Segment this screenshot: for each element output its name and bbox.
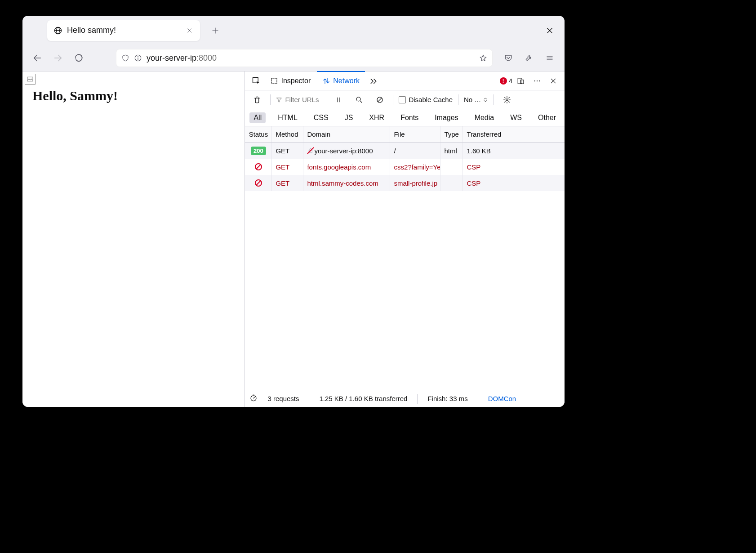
svg-rect-18 — [27, 77, 33, 81]
kebab-icon[interactable] — [529, 73, 545, 89]
svg-marker-14 — [480, 55, 486, 61]
new-tab-button[interactable] — [208, 23, 222, 38]
status-badge: 200 — [251, 147, 266, 155]
svg-point-26 — [537, 80, 538, 81]
shield-icon — [121, 54, 129, 62]
search-icon[interactable] — [351, 92, 367, 107]
svg-point-37 — [506, 98, 508, 101]
network-filter-pills: All HTML CSS JS XHR Fonts Images Media W… — [245, 109, 565, 126]
disable-cache-checkbox[interactable]: Disable Cache — [399, 96, 453, 103]
svg-point-27 — [539, 80, 540, 81]
tab-strip: Hello sammy! — [22, 16, 565, 45]
filter-all[interactable]: All — [249, 112, 266, 123]
devtools-tabs: Inspector Network ! 4 — [245, 71, 565, 90]
bookmark-star-icon[interactable] — [479, 54, 487, 62]
info-icon[interactable] — [134, 54, 142, 62]
network-toolbar: Filter URLs Disable Cache No — [245, 90, 565, 109]
svg-line-34 — [360, 100, 362, 102]
filter-media[interactable]: Media — [471, 112, 498, 123]
filter-js[interactable]: JS — [341, 112, 357, 123]
responsive-mode-icon[interactable] — [513, 73, 529, 89]
url-text: your-server-ip:8000 — [147, 54, 475, 63]
table-row[interactable]: GETfonts.googleapis.comcss2?family=YeCSP — [245, 159, 565, 175]
tab-network[interactable]: Network — [317, 71, 365, 90]
page-viewport: Hello, Sammy! — [22, 71, 245, 407]
table-body: 200GET your-server-ip:8000/html1.60 KBGE… — [245, 143, 565, 191]
svg-marker-30 — [277, 98, 282, 102]
window-close-icon[interactable] — [544, 25, 556, 36]
footer-domcontentloaded: DOMCon — [488, 395, 516, 402]
col-file[interactable]: File — [390, 126, 440, 142]
footer-finish: Finish: 33 ms — [427, 395, 467, 402]
block-icon[interactable] — [372, 92, 387, 107]
tab-inspector[interactable]: Inspector — [265, 71, 316, 90]
footer-transferred: 1.25 KB / 1.60 KB transferred — [319, 395, 407, 402]
network-table: Status Method Domain File Type Transferr… — [245, 126, 565, 390]
stopwatch-icon — [249, 394, 258, 403]
throttling-select[interactable]: No … — [464, 96, 488, 103]
content-area: Hello, Sammy! Inspector Network — [22, 71, 565, 407]
nav-toolbar: your-server-ip:8000 — [22, 45, 565, 71]
overflow-tabs-icon[interactable] — [366, 73, 381, 89]
gear-icon[interactable] — [499, 92, 515, 107]
menu-icon[interactable] — [541, 49, 558, 67]
pocket-icon[interactable] — [500, 49, 517, 67]
page-heading: Hello, Sammy! — [32, 88, 236, 103]
svg-line-36 — [378, 98, 382, 102]
filter-ws[interactable]: WS — [506, 112, 526, 123]
filter-urls-input[interactable]: Filter URLs — [276, 96, 325, 103]
filter-css[interactable]: CSS — [310, 112, 333, 123]
browser-window: Hello sammy! — [22, 16, 565, 407]
col-status[interactable]: Status — [245, 126, 272, 142]
reload-button[interactable] — [70, 49, 87, 67]
filter-fonts[interactable]: Fonts — [396, 112, 422, 123]
devtools-close-icon[interactable] — [546, 73, 561, 89]
col-type[interactable]: Type — [440, 126, 463, 142]
pause-icon[interactable] — [331, 92, 346, 107]
col-transferred[interactable]: Transferred — [463, 126, 565, 142]
filter-other[interactable]: Other — [534, 112, 560, 123]
filter-xhr[interactable]: XHR — [365, 112, 388, 123]
error-count-badge[interactable]: ! 4 — [500, 77, 512, 85]
broken-image-icon — [25, 74, 36, 85]
svg-point-13 — [138, 56, 138, 57]
wrench-icon[interactable] — [520, 49, 538, 67]
svg-rect-23 — [518, 78, 522, 84]
table-header: Status Method Domain File Type Transferr… — [245, 126, 565, 143]
close-tab-icon[interactable] — [186, 27, 194, 35]
devtools-panel: Inspector Network ! 4 — [245, 71, 565, 407]
globe-icon — [53, 26, 62, 35]
filter-images[interactable]: Images — [431, 112, 462, 123]
tab-title: Hello sammy! — [67, 26, 181, 35]
insecure-lock-icon — [307, 147, 314, 154]
col-domain[interactable]: Domain — [303, 126, 390, 142]
col-method[interactable]: Method — [272, 126, 303, 142]
table-row[interactable]: GEThtml.sammy-codes.comsmall-profile.jpC… — [245, 175, 565, 191]
error-icon: ! — [500, 77, 507, 85]
blocked-icon — [255, 179, 262, 187]
trash-icon[interactable] — [249, 92, 265, 107]
svg-line-40 — [253, 397, 254, 398]
svg-rect-38 — [309, 150, 312, 152]
url-bar[interactable]: your-server-ip:8000 — [116, 49, 493, 67]
blocked-icon — [255, 163, 262, 170]
filter-html[interactable]: HTML — [274, 112, 302, 123]
table-row[interactable]: 200GET your-server-ip:8000/html1.60 KB — [245, 143, 565, 159]
browser-tab[interactable]: Hello sammy! — [47, 20, 200, 41]
element-picker-icon[interactable] — [249, 73, 264, 89]
svg-rect-20 — [271, 78, 277, 84]
svg-point-25 — [534, 80, 535, 81]
network-footer: 3 requests 1.25 KB / 1.60 KB transferred… — [245, 390, 565, 407]
footer-requests: 3 requests — [267, 395, 299, 402]
forward-button[interactable] — [49, 49, 67, 67]
back-button[interactable] — [29, 49, 46, 67]
